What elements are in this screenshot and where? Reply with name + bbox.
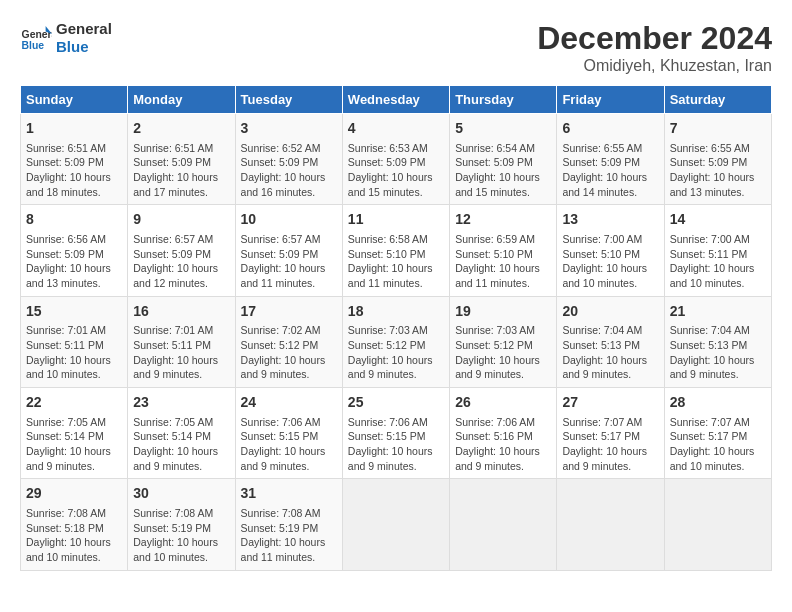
- day-number: 6: [562, 119, 658, 139]
- day-number: 19: [455, 302, 551, 322]
- day-number: 27: [562, 393, 658, 413]
- day-number: 30: [133, 484, 229, 504]
- calendar-cell: 21Sunrise: 7:04 AM Sunset: 5:13 PM Dayli…: [664, 296, 771, 387]
- svg-text:Blue: Blue: [22, 40, 45, 51]
- col-header-tuesday: Tuesday: [235, 86, 342, 114]
- day-info: Sunrise: 7:06 AM Sunset: 5:15 PM Dayligh…: [241, 415, 337, 474]
- logo-text-blue: Blue: [56, 38, 112, 56]
- day-number: 21: [670, 302, 766, 322]
- day-info: Sunrise: 7:04 AM Sunset: 5:13 PM Dayligh…: [562, 323, 658, 382]
- day-info: Sunrise: 7:07 AM Sunset: 5:17 PM Dayligh…: [670, 415, 766, 474]
- day-info: Sunrise: 7:05 AM Sunset: 5:14 PM Dayligh…: [26, 415, 122, 474]
- calendar-cell: 10Sunrise: 6:57 AM Sunset: 5:09 PM Dayli…: [235, 205, 342, 296]
- col-header-monday: Monday: [128, 86, 235, 114]
- col-header-sunday: Sunday: [21, 86, 128, 114]
- calendar-cell: [342, 479, 449, 570]
- day-number: 12: [455, 210, 551, 230]
- logo: General Blue General Blue: [20, 20, 112, 56]
- day-info: Sunrise: 6:56 AM Sunset: 5:09 PM Dayligh…: [26, 232, 122, 291]
- calendar-cell: 28Sunrise: 7:07 AM Sunset: 5:17 PM Dayli…: [664, 388, 771, 479]
- day-info: Sunrise: 7:03 AM Sunset: 5:12 PM Dayligh…: [455, 323, 551, 382]
- day-info: Sunrise: 6:58 AM Sunset: 5:10 PM Dayligh…: [348, 232, 444, 291]
- day-info: Sunrise: 6:57 AM Sunset: 5:09 PM Dayligh…: [133, 232, 229, 291]
- calendar-cell: 15Sunrise: 7:01 AM Sunset: 5:11 PM Dayli…: [21, 296, 128, 387]
- day-info: Sunrise: 6:55 AM Sunset: 5:09 PM Dayligh…: [562, 141, 658, 200]
- day-number: 13: [562, 210, 658, 230]
- day-number: 31: [241, 484, 337, 504]
- calendar-cell: 14Sunrise: 7:00 AM Sunset: 5:11 PM Dayli…: [664, 205, 771, 296]
- day-info: Sunrise: 7:00 AM Sunset: 5:10 PM Dayligh…: [562, 232, 658, 291]
- day-info: Sunrise: 7:07 AM Sunset: 5:17 PM Dayligh…: [562, 415, 658, 474]
- logo-icon: General Blue: [20, 22, 52, 54]
- calendar-cell: 20Sunrise: 7:04 AM Sunset: 5:13 PM Dayli…: [557, 296, 664, 387]
- day-number: 14: [670, 210, 766, 230]
- col-header-friday: Friday: [557, 86, 664, 114]
- day-info: Sunrise: 7:04 AM Sunset: 5:13 PM Dayligh…: [670, 323, 766, 382]
- week-row-2: 8Sunrise: 6:56 AM Sunset: 5:09 PM Daylig…: [21, 205, 772, 296]
- calendar-cell: 13Sunrise: 7:00 AM Sunset: 5:10 PM Dayli…: [557, 205, 664, 296]
- calendar-cell: 7Sunrise: 6:55 AM Sunset: 5:09 PM Daylig…: [664, 114, 771, 205]
- logo-text-general: General: [56, 20, 112, 38]
- week-row-4: 22Sunrise: 7:05 AM Sunset: 5:14 PM Dayli…: [21, 388, 772, 479]
- day-info: Sunrise: 7:08 AM Sunset: 5:18 PM Dayligh…: [26, 506, 122, 565]
- day-number: 10: [241, 210, 337, 230]
- calendar-cell: 6Sunrise: 6:55 AM Sunset: 5:09 PM Daylig…: [557, 114, 664, 205]
- calendar-cell: 22Sunrise: 7:05 AM Sunset: 5:14 PM Dayli…: [21, 388, 128, 479]
- calendar-cell: 16Sunrise: 7:01 AM Sunset: 5:11 PM Dayli…: [128, 296, 235, 387]
- day-number: 2: [133, 119, 229, 139]
- day-info: Sunrise: 6:53 AM Sunset: 5:09 PM Dayligh…: [348, 141, 444, 200]
- day-number: 23: [133, 393, 229, 413]
- day-number: 22: [26, 393, 122, 413]
- calendar-cell: 24Sunrise: 7:06 AM Sunset: 5:15 PM Dayli…: [235, 388, 342, 479]
- calendar-cell: 19Sunrise: 7:03 AM Sunset: 5:12 PM Dayli…: [450, 296, 557, 387]
- calendar-cell: 2Sunrise: 6:51 AM Sunset: 5:09 PM Daylig…: [128, 114, 235, 205]
- col-header-wednesday: Wednesday: [342, 86, 449, 114]
- day-info: Sunrise: 7:08 AM Sunset: 5:19 PM Dayligh…: [241, 506, 337, 565]
- day-info: Sunrise: 7:06 AM Sunset: 5:15 PM Dayligh…: [348, 415, 444, 474]
- calendar-cell: 3Sunrise: 6:52 AM Sunset: 5:09 PM Daylig…: [235, 114, 342, 205]
- day-number: 1: [26, 119, 122, 139]
- day-info: Sunrise: 7:03 AM Sunset: 5:12 PM Dayligh…: [348, 323, 444, 382]
- calendar-cell: 8Sunrise: 6:56 AM Sunset: 5:09 PM Daylig…: [21, 205, 128, 296]
- calendar-table: SundayMondayTuesdayWednesdayThursdayFrid…: [20, 85, 772, 571]
- col-header-thursday: Thursday: [450, 86, 557, 114]
- day-number: 9: [133, 210, 229, 230]
- calendar-cell: 25Sunrise: 7:06 AM Sunset: 5:15 PM Dayli…: [342, 388, 449, 479]
- day-number: 20: [562, 302, 658, 322]
- day-number: 3: [241, 119, 337, 139]
- day-number: 8: [26, 210, 122, 230]
- calendar-header-row: SundayMondayTuesdayWednesdayThursdayFrid…: [21, 86, 772, 114]
- day-info: Sunrise: 7:01 AM Sunset: 5:11 PM Dayligh…: [26, 323, 122, 382]
- day-number: 7: [670, 119, 766, 139]
- calendar-cell: [557, 479, 664, 570]
- calendar-cell: 26Sunrise: 7:06 AM Sunset: 5:16 PM Dayli…: [450, 388, 557, 479]
- day-info: Sunrise: 7:05 AM Sunset: 5:14 PM Dayligh…: [133, 415, 229, 474]
- day-info: Sunrise: 6:54 AM Sunset: 5:09 PM Dayligh…: [455, 141, 551, 200]
- location-title: Omidiyeh, Khuzestan, Iran: [537, 57, 772, 75]
- calendar-cell: 31Sunrise: 7:08 AM Sunset: 5:19 PM Dayli…: [235, 479, 342, 570]
- calendar-cell: 1Sunrise: 6:51 AM Sunset: 5:09 PM Daylig…: [21, 114, 128, 205]
- day-info: Sunrise: 7:08 AM Sunset: 5:19 PM Dayligh…: [133, 506, 229, 565]
- day-info: Sunrise: 6:57 AM Sunset: 5:09 PM Dayligh…: [241, 232, 337, 291]
- calendar-cell: 29Sunrise: 7:08 AM Sunset: 5:18 PM Dayli…: [21, 479, 128, 570]
- calendar-cell: 9Sunrise: 6:57 AM Sunset: 5:09 PM Daylig…: [128, 205, 235, 296]
- calendar-cell: 30Sunrise: 7:08 AM Sunset: 5:19 PM Dayli…: [128, 479, 235, 570]
- day-number: 29: [26, 484, 122, 504]
- month-title: December 2024: [537, 20, 772, 57]
- day-number: 18: [348, 302, 444, 322]
- day-number: 11: [348, 210, 444, 230]
- week-row-5: 29Sunrise: 7:08 AM Sunset: 5:18 PM Dayli…: [21, 479, 772, 570]
- calendar-cell: 18Sunrise: 7:03 AM Sunset: 5:12 PM Dayli…: [342, 296, 449, 387]
- week-row-3: 15Sunrise: 7:01 AM Sunset: 5:11 PM Dayli…: [21, 296, 772, 387]
- day-info: Sunrise: 7:06 AM Sunset: 5:16 PM Dayligh…: [455, 415, 551, 474]
- day-number: 4: [348, 119, 444, 139]
- day-number: 5: [455, 119, 551, 139]
- calendar-cell: 5Sunrise: 6:54 AM Sunset: 5:09 PM Daylig…: [450, 114, 557, 205]
- title-block: December 2024 Omidiyeh, Khuzestan, Iran: [537, 20, 772, 75]
- page-header: General Blue General Blue December 2024 …: [20, 20, 772, 75]
- day-number: 17: [241, 302, 337, 322]
- day-number: 16: [133, 302, 229, 322]
- day-info: Sunrise: 6:55 AM Sunset: 5:09 PM Dayligh…: [670, 141, 766, 200]
- day-number: 28: [670, 393, 766, 413]
- col-header-saturday: Saturday: [664, 86, 771, 114]
